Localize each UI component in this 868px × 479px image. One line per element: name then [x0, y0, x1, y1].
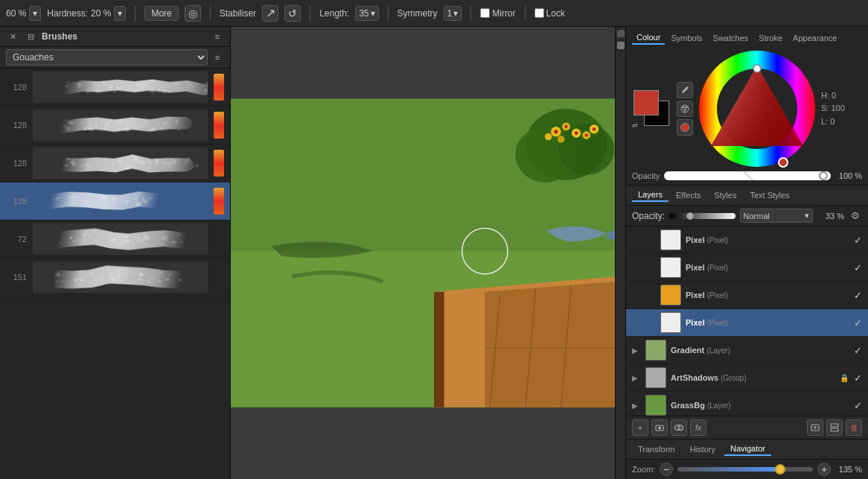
hardness-control: Hardness: 20 % ▾	[47, 6, 126, 21]
layer-mask-btn[interactable]	[651, 419, 668, 436]
zoom-in-btn[interactable]: +	[817, 463, 831, 476]
stripe-btn-2[interactable]	[617, 42, 625, 49]
blend-mode-dropdown[interactable]: Normal ▾	[740, 209, 814, 223]
zoom-slider[interactable]	[677, 467, 813, 472]
svg-marker-4	[485, 282, 615, 407]
layer-group-btn[interactable]	[826, 419, 843, 436]
tab-navigator[interactable]: Navigator	[724, 442, 771, 456]
brushes-list-icon[interactable]: ⊟	[24, 30, 37, 43]
layer-visibility-checkmark[interactable]: ✓	[854, 317, 862, 329]
brush-item[interactable]: 128	[0, 107, 230, 145]
brush-item[interactable]: 72	[0, 221, 230, 258]
colour-swatch-area: ⇄	[632, 89, 672, 129]
layer-expand-icon[interactable]: ▶	[632, 346, 641, 355]
separator-2	[210, 6, 211, 21]
brushes-panel: ✕ ⊟ Brushes ≡ Gouaches ≡ 128128128128721…	[0, 27, 231, 479]
tab-transform[interactable]: Transform	[632, 443, 681, 455]
layer-visibility-checkmark[interactable]: ✓	[854, 290, 862, 301]
svg-point-16	[558, 136, 565, 143]
new-layer-file-btn[interactable]	[807, 419, 823, 436]
layer-expand-icon[interactable]: ▶	[632, 402, 641, 410]
tab-swatches[interactable]: Swatches	[709, 32, 753, 44]
layer-name: Pixel (Pixel)	[686, 291, 849, 299]
mirror-control[interactable]: Mirror	[480, 8, 515, 19]
brushes-title: Brushes	[42, 31, 206, 42]
brush-number: 128	[6, 121, 27, 130]
brush-category-select[interactable]: Gouaches	[6, 49, 208, 66]
tab-layers[interactable]: Layers	[632, 188, 668, 202]
precision-icon[interactable]: ◎	[185, 5, 201, 22]
layer-opacity-slider[interactable]	[669, 213, 735, 219]
mirror-checkbox[interactable]	[480, 8, 490, 18]
stripe-btn-1[interactable]	[617, 30, 625, 37]
layer-thumbnail	[660, 285, 681, 305]
zoom-out-btn[interactable]: −	[660, 463, 673, 476]
brush-preview	[33, 147, 208, 179]
layer-item[interactable]: ▶GrassBg (Layer)✓	[626, 392, 868, 416]
stabilizer-label: Stabiliser	[220, 8, 256, 19]
delete-layer-btn[interactable]: 🗑	[846, 419, 862, 436]
layer-opacity-value: 33 %	[817, 212, 844, 221]
top-toolbar: 60 % ▾ Hardness: 20 % ▾ More ◎ Stabilise…	[0, 0, 868, 27]
tab-effects[interactable]: Effects	[670, 189, 706, 201]
layer-visibility-checkmark[interactable]: ✓	[854, 262, 862, 273]
brush-preview	[33, 261, 208, 293]
brush-size-dropdown[interactable]: ▾	[29, 6, 41, 21]
hardness-dropdown[interactable]: ▾	[114, 6, 126, 21]
layer-item[interactable]: Pixel (Pixel)✓	[626, 282, 868, 309]
layer-visibility-checkmark[interactable]: ✓	[854, 345, 862, 356]
brush-category-row: Gouaches ≡	[0, 47, 230, 69]
foreground-circle-btn[interactable]	[677, 119, 693, 136]
layer-item[interactable]: ▶Gradient (Layer)✓	[626, 337, 868, 364]
foreground-colour-swatch[interactable]	[634, 90, 659, 115]
layer-item[interactable]: ▶ArtShadows (Group)🔒✓	[626, 364, 868, 392]
tab-stroke[interactable]: Stroke	[754, 32, 787, 44]
zoom-label: Zoom:	[632, 465, 655, 474]
palette-btn[interactable]	[677, 101, 693, 117]
layer-visibility-checkmark[interactable]: ✓	[854, 372, 862, 384]
brush-size-value: 60 %	[6, 8, 26, 19]
brush-options-icon[interactable]: ≡	[211, 51, 224, 64]
brush-number: 72	[6, 235, 27, 244]
tab-history[interactable]: History	[684, 443, 721, 455]
brush-item[interactable]: 128	[0, 69, 230, 107]
brushes-menu-icon[interactable]: ≡	[211, 30, 224, 43]
layer-item[interactable]: Pixel (Pixel)✓	[626, 254, 868, 282]
more-button[interactable]: More	[144, 6, 178, 21]
tab-colour[interactable]: Colour	[632, 31, 665, 45]
brush-item[interactable]: 128	[0, 183, 230, 221]
brush-item[interactable]: 128	[0, 145, 230, 183]
svg-point-29	[683, 107, 685, 109]
length-dropdown[interactable]: 35 ▾	[355, 6, 378, 21]
colour-wheel[interactable]	[698, 49, 817, 168]
stabilizer-curve-icon[interactable]: ↗	[262, 5, 278, 22]
tab-text-styles[interactable]: Text Styles	[744, 189, 795, 201]
layer-blend-btn[interactable]	[671, 419, 687, 436]
lock-control[interactable]: Lock	[534, 8, 565, 19]
tab-styles[interactable]: Styles	[708, 189, 742, 201]
eyedropper-btn[interactable]	[677, 82, 693, 98]
layer-visibility-checkmark[interactable]: ✓	[854, 235, 862, 246]
lock-checkbox[interactable]	[534, 8, 544, 18]
brush-item[interactable]: 151	[0, 258, 230, 296]
add-layer-btn[interactable]: +	[632, 419, 648, 436]
tab-symbols[interactable]: Symbols	[666, 32, 706, 44]
symmetry-dropdown[interactable]: 1 ▾	[444, 6, 462, 21]
separator-1	[135, 6, 135, 21]
brush-color-indicator	[214, 150, 224, 177]
layer-item[interactable]: Pixel (Pixel)✓	[626, 309, 868, 337]
layer-thumbnail	[645, 395, 666, 416]
painting-canvas[interactable]	[231, 27, 615, 479]
tab-appearance[interactable]: Appearance	[788, 32, 841, 44]
layer-settings-icon[interactable]: ⚙	[849, 209, 862, 223]
layer-fx-btn[interactable]: fx	[690, 419, 706, 436]
brush-preview	[33, 72, 208, 103]
stabilizer-refresh-icon[interactable]: ↺	[284, 5, 301, 22]
layer-item[interactable]: Pixel (Pixel)✓	[626, 226, 868, 254]
opacity-slider[interactable]	[664, 171, 831, 180]
separator-6	[525, 6, 526, 21]
swap-colours-btn[interactable]: ⇄	[632, 121, 638, 129]
layer-visibility-checkmark[interactable]: ✓	[854, 400, 862, 411]
brushes-collapse-btn[interactable]: ✕	[6, 30, 19, 43]
layer-expand-icon[interactable]: ▶	[632, 374, 641, 382]
